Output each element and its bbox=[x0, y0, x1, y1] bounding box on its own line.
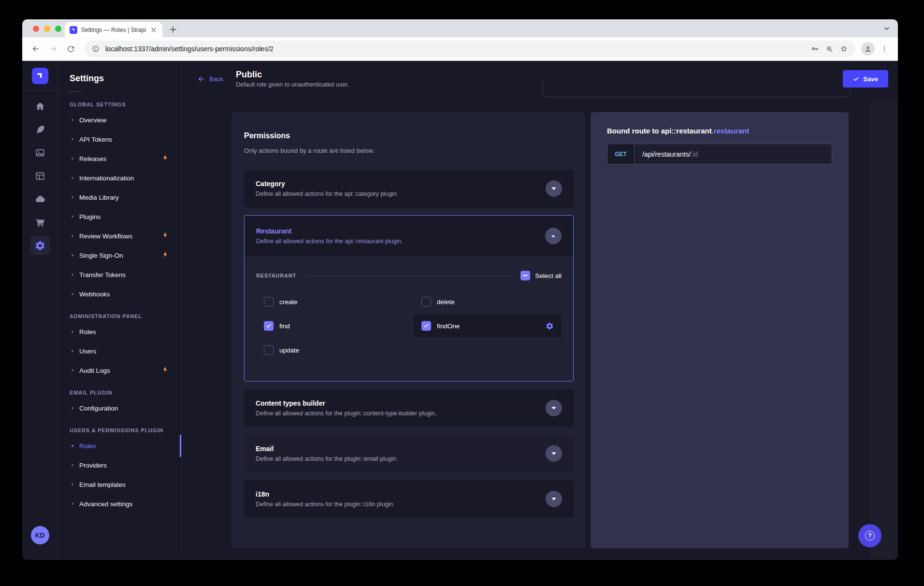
sidebar-item-up-roles[interactable]: Roles bbox=[70, 436, 170, 455]
home-icon[interactable] bbox=[30, 97, 50, 116]
bullet-icon bbox=[72, 235, 73, 237]
page-title: Public bbox=[236, 70, 349, 80]
site-info-icon[interactable] bbox=[91, 44, 101, 54]
sidebar-item-transfer-tokens[interactable]: Transfer Tokens bbox=[70, 265, 170, 284]
fullscreen-window-button[interactable] bbox=[55, 26, 61, 32]
permission-update[interactable]: update bbox=[256, 338, 404, 362]
tab-close-icon[interactable] bbox=[150, 26, 158, 34]
accordion-restaurant-header[interactable]: Restaurant Define all allowed actions fo… bbox=[245, 216, 573, 256]
indeterminate-checkbox-icon[interactable] bbox=[520, 271, 530, 280]
forward-navigation-icon[interactable] bbox=[45, 41, 61, 57]
sidebar-item-audit-logs[interactable]: Audit Logs bbox=[70, 361, 170, 380]
checkbox-unchecked-icon[interactable] bbox=[421, 297, 431, 307]
chevron-down-icon[interactable] bbox=[546, 400, 562, 416]
media-library-images-icon[interactable] bbox=[30, 143, 50, 162]
chevron-down-icon[interactable] bbox=[546, 180, 562, 197]
marketplace-cart-icon[interactable] bbox=[30, 213, 50, 232]
bullet-icon bbox=[72, 445, 73, 447]
section-users-permissions-plugin: USERS & PERMISSIONS PLUGIN bbox=[70, 427, 170, 433]
accordion-description: Define all allowed actions for the plugi… bbox=[256, 501, 546, 508]
section-email-plugin: EMAIL PLUGIN bbox=[70, 390, 170, 396]
chevron-down-icon[interactable] bbox=[546, 445, 562, 462]
browser-tab[interactable]: Settings — Roles | Strapi bbox=[65, 22, 162, 37]
browser-menu-dots-icon[interactable] bbox=[877, 41, 892, 57]
zoom-in-icon[interactable] bbox=[824, 44, 834, 54]
http-method-badge: GET bbox=[607, 144, 635, 164]
accordion-category[interactable]: Category Define all allowed actions for … bbox=[244, 170, 574, 207]
chevron-down-icon[interactable] bbox=[546, 491, 562, 507]
select-all-checkbox[interactable]: Select all bbox=[520, 271, 562, 280]
bound-route-highlight: .restaurant bbox=[712, 127, 750, 135]
reload-icon[interactable] bbox=[63, 41, 78, 57]
user-avatar[interactable]: KD bbox=[31, 526, 49, 544]
bullet-icon bbox=[72, 483, 73, 485]
content-type-builder-layout-icon[interactable] bbox=[30, 166, 50, 186]
permission-delete[interactable]: delete bbox=[414, 290, 562, 313]
back-link[interactable]: Back bbox=[197, 75, 223, 83]
sidebar-item-webhooks[interactable]: Webhooks bbox=[70, 284, 170, 304]
bullet-icon bbox=[72, 196, 73, 198]
chevron-up-icon[interactable] bbox=[545, 228, 562, 244]
password-key-icon[interactable] bbox=[810, 44, 820, 54]
permissions-grid: create delete find bbox=[256, 290, 562, 362]
settings-gear-icon[interactable] bbox=[30, 236, 50, 255]
sidebar-item-admin-roles[interactable]: Roles bbox=[70, 322, 170, 341]
accordion-description: Define all allowed actions for the api::… bbox=[256, 190, 546, 197]
back-navigation-icon[interactable] bbox=[28, 41, 43, 57]
permissions-subtitle: Only actions bound by a route are listed… bbox=[244, 147, 574, 154]
sidebar-item-configuration[interactable]: Configuration bbox=[70, 398, 170, 418]
arrow-left-icon bbox=[197, 75, 205, 83]
screen: Settings — Roles | Strapi bbox=[0, 0, 924, 586]
sidebar-item-internationalization[interactable]: Internationalization bbox=[70, 168, 170, 188]
permission-find[interactable]: find bbox=[256, 314, 404, 337]
sidebar-item-releases[interactable]: Releases bbox=[70, 149, 170, 168]
sidebar-item-advanced-settings[interactable]: Advanced settings bbox=[70, 494, 170, 513]
tab-search-chevron-icon[interactable] bbox=[882, 24, 891, 33]
section-global-settings: GLOBAL SETTINGS bbox=[70, 102, 170, 107]
sidebar-item-plugins[interactable]: Plugins bbox=[70, 207, 170, 226]
new-tab-button[interactable] bbox=[166, 23, 180, 36]
browser-profile-avatar[interactable] bbox=[861, 42, 875, 56]
bullet-icon bbox=[72, 464, 73, 466]
accordion-email[interactable]: Email Define all allowed actions for the… bbox=[244, 435, 574, 472]
bullet-icon bbox=[72, 369, 73, 371]
help-button[interactable]: ? bbox=[858, 524, 881, 547]
permission-create[interactable]: create bbox=[256, 290, 404, 313]
accordion-title: Email bbox=[256, 445, 546, 453]
section-administration-panel: ADMINISTRATION PANEL bbox=[70, 313, 170, 319]
permission-findone[interactable]: findOne bbox=[414, 314, 562, 337]
sidebar-item-email-templates[interactable]: Email templates bbox=[70, 475, 170, 494]
route-path: /api/restaurants/:id bbox=[635, 144, 832, 164]
accordion-content-types-builder[interactable]: Content types builder Define all allowed… bbox=[244, 389, 574, 427]
advanced-settings-gear-icon[interactable] bbox=[546, 322, 554, 330]
strapi-logo-icon[interactable] bbox=[32, 68, 48, 84]
bound-route-panel: Bound route to api::restaurant.restauran… bbox=[591, 112, 849, 548]
sidebar-item-single-sign-on[interactable]: Single Sign-On bbox=[70, 246, 170, 265]
sidebar-divider bbox=[70, 91, 81, 92]
sidebar-item-media-library[interactable]: Media Library bbox=[70, 188, 170, 207]
checkbox-unchecked-icon[interactable] bbox=[264, 345, 274, 355]
accordion-i18n[interactable]: i18n Define all allowed actions for the … bbox=[244, 480, 574, 518]
sidebar-item-review-workflows[interactable]: Review Workflows bbox=[70, 226, 170, 246]
checkbox-checked-icon[interactable] bbox=[421, 321, 431, 331]
accordion-title: i18n bbox=[256, 490, 546, 498]
sidebar-item-api-tokens[interactable]: API Tokens bbox=[70, 130, 170, 149]
close-window-button[interactable] bbox=[33, 26, 39, 32]
settings-title: Settings bbox=[70, 73, 170, 84]
permissions-panel: Permissions Only actions bound by a rout… bbox=[231, 112, 585, 548]
minimize-window-button[interactable] bbox=[44, 26, 50, 32]
cloud-deploy-icon[interactable] bbox=[30, 190, 50, 209]
accordion-restaurant-body: RESTAURANT Select all bbox=[245, 256, 573, 381]
sidebar-item-users[interactable]: Users bbox=[70, 341, 170, 361]
url-text[interactable]: localhost:1337/admin/settings/users-perm… bbox=[105, 45, 805, 53]
checkbox-checked-icon[interactable] bbox=[264, 321, 274, 331]
checkbox-unchecked-icon[interactable] bbox=[264, 297, 274, 307]
settings-sidebar: Settings GLOBAL SETTINGS Overview API To… bbox=[58, 61, 182, 560]
sidebar-item-overview[interactable]: Overview bbox=[70, 110, 170, 130]
save-button[interactable]: Save bbox=[843, 70, 888, 88]
url-bar[interactable]: localhost:1337/admin/settings/users-perm… bbox=[84, 41, 855, 57]
content-manager-feather-icon[interactable] bbox=[30, 120, 50, 139]
bookmark-star-icon[interactable] bbox=[839, 44, 849, 54]
scrollbar-gutter[interactable] bbox=[870, 100, 898, 560]
sidebar-item-providers[interactable]: Providers bbox=[70, 455, 170, 475]
